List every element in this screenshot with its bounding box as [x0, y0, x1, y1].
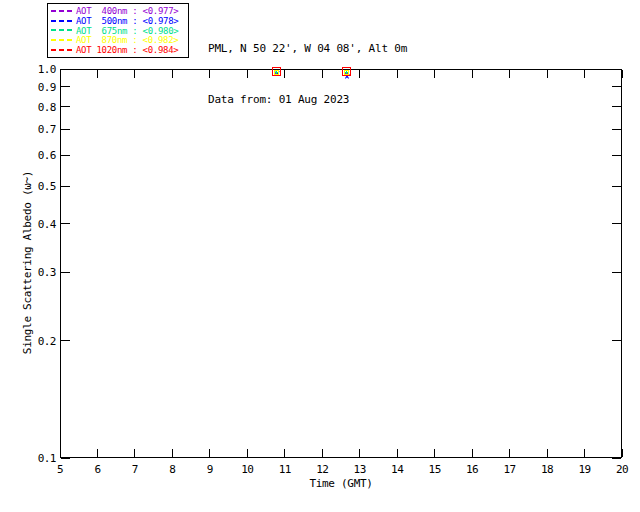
x-tick-top	[322, 70, 323, 78]
y-tick-right	[612, 106, 621, 107]
x-tick	[584, 449, 585, 457]
y-tick-right	[612, 272, 621, 273]
x-tick	[547, 449, 548, 457]
x-tick-label: 15	[421, 463, 449, 476]
y-tick	[61, 272, 70, 273]
y-tick-right	[612, 458, 621, 459]
legend-item: AOT 870nm : <0.982>	[50, 35, 188, 45]
legend-label: AOT 1020nm : <0.984>	[76, 45, 178, 55]
x-tick-label: 17	[496, 463, 524, 476]
x-tick	[472, 449, 473, 457]
x-tick-top	[209, 70, 210, 78]
legend-dash-line	[51, 29, 73, 31]
x-tick-label: 14	[383, 463, 411, 476]
station-title: PML, N 50 22', W 04 08', Alt 0m	[208, 40, 407, 57]
x-tick-top	[584, 70, 585, 78]
x-tick	[622, 449, 623, 457]
x-tick-label: 6	[83, 463, 111, 476]
x-tick	[97, 449, 98, 457]
x-tick-top	[134, 70, 135, 78]
y-tick	[61, 106, 70, 107]
y-tick	[61, 69, 70, 70]
y-tick-right	[612, 340, 621, 341]
legend-label: AOT 500nm : <0.978>	[76, 16, 178, 26]
x-tick-top	[247, 70, 248, 78]
x-tick-top	[397, 70, 398, 78]
y-tick	[61, 458, 70, 459]
x-tick-label: 9	[196, 463, 224, 476]
legend-label: AOT 675nm : <0.980>	[76, 26, 178, 36]
x-tick-label: 16	[458, 463, 486, 476]
legend-dash-line	[51, 49, 73, 51]
x-tick-top	[97, 70, 98, 78]
x-tick	[397, 449, 398, 457]
x-tick-top	[172, 70, 173, 78]
legend-box: AOT 400nm : <0.977>AOT 500nm : <0.978>AO…	[47, 3, 189, 58]
y-tick-right	[612, 69, 621, 70]
x-tick-label: 7	[121, 463, 149, 476]
y-tick-right	[612, 223, 621, 224]
x-tick-top	[284, 70, 285, 78]
y-tick-right	[612, 129, 621, 130]
x-tick	[284, 449, 285, 457]
y-tick	[61, 86, 70, 87]
y-tick	[61, 129, 70, 130]
x-tick	[359, 449, 360, 457]
legend-dash-line	[51, 20, 73, 22]
legend-dash-line	[51, 39, 73, 41]
y-tick-right	[612, 86, 621, 87]
x-tick	[434, 449, 435, 457]
legend-item: AOT 675nm : <0.980>	[50, 26, 188, 36]
x-tick	[134, 449, 135, 457]
x-tick-label: 18	[533, 463, 561, 476]
legend-item: AOT 500nm : <0.978>	[50, 16, 188, 26]
y-tick-right	[612, 155, 621, 156]
x-tick	[209, 449, 210, 457]
plot-frame	[60, 69, 622, 458]
x-tick-label: 20	[608, 463, 636, 476]
x-tick-label: 13	[346, 463, 374, 476]
x-tick-label: 11	[271, 463, 299, 476]
y-axis-label: Single Scattering Albedo (ω~)	[21, 68, 34, 457]
x-tick-label: 10	[233, 463, 261, 476]
y-tick	[61, 340, 70, 341]
data-marker-square	[272, 67, 281, 76]
y-tick	[61, 223, 70, 224]
x-axis-label: Time (GMT)	[281, 477, 401, 490]
x-tick	[60, 449, 61, 457]
x-tick	[172, 449, 173, 457]
x-tick-top	[547, 70, 548, 78]
legend-label: AOT 400nm : <0.977>	[76, 6, 178, 16]
x-tick	[247, 449, 248, 457]
x-tick	[322, 449, 323, 457]
legend-item: AOT 400nm : <0.977>	[50, 6, 188, 16]
x-tick-label: 8	[158, 463, 186, 476]
x-tick-top	[622, 70, 623, 78]
data-marker-square	[342, 67, 351, 76]
x-tick-label: 12	[308, 463, 336, 476]
x-tick-top	[509, 70, 510, 78]
x-tick-top	[60, 70, 61, 78]
x-tick-top	[472, 70, 473, 78]
ssa-plot-canvas: AOT 400nm : <0.977>AOT 500nm : <0.978>AO…	[0, 0, 640, 512]
x-tick-top	[434, 70, 435, 78]
y-tick	[61, 155, 70, 156]
legend-label: AOT 870nm : <0.982>	[76, 35, 178, 45]
x-tick	[509, 449, 510, 457]
legend-dash-line	[51, 10, 73, 12]
legend-item: AOT 1020nm : <0.984>	[50, 45, 188, 55]
x-tick-label: 19	[571, 463, 599, 476]
y-tick	[61, 186, 70, 187]
y-tick-right	[612, 186, 621, 187]
x-tick-top	[359, 70, 360, 78]
